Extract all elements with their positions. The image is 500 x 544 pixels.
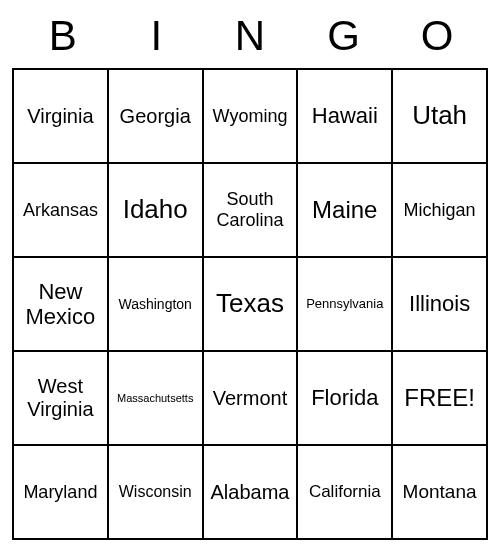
bingo-cell-1-0[interactable]: Arkansas: [13, 163, 108, 257]
bingo-cell-2-3[interactable]: Pennsylvania: [297, 257, 392, 351]
bingo-cell-0-4[interactable]: Utah: [392, 69, 487, 163]
bingo-cell-3-0[interactable]: West Virginia: [13, 351, 108, 445]
bingo-cell-3-4[interactable]: FREE!: [392, 351, 487, 445]
bingo-cell-4-1[interactable]: Wisconsin: [108, 445, 203, 539]
bingo-cell-2-4[interactable]: Illinois: [392, 257, 487, 351]
bingo-cell-0-3[interactable]: Hawaii: [297, 69, 392, 163]
bingo-cell-3-2[interactable]: Vermont: [203, 351, 298, 445]
bingo-cell-3-3[interactable]: Florida: [297, 351, 392, 445]
bingo-cell-0-1[interactable]: Georgia: [108, 69, 203, 163]
bingo-cell-4-4[interactable]: Montana: [392, 445, 487, 539]
bingo-cell-2-1[interactable]: Washington: [108, 257, 203, 351]
bingo-header: BINGO: [12, 12, 488, 60]
bingo-grid: VirginiaGeorgiaWyomingHawaiiUtahArkansas…: [12, 68, 488, 540]
bingo-header-letter-0: B: [16, 12, 110, 60]
bingo-cell-2-0[interactable]: New Mexico: [13, 257, 108, 351]
bingo-cell-3-1[interactable]: Massachutsetts: [108, 351, 203, 445]
bingo-cell-1-3[interactable]: Maine: [297, 163, 392, 257]
bingo-cell-4-0[interactable]: Maryland: [13, 445, 108, 539]
bingo-cell-1-4[interactable]: Michigan: [392, 163, 487, 257]
bingo-cell-0-2[interactable]: Wyoming: [203, 69, 298, 163]
bingo-header-letter-4: O: [390, 12, 484, 60]
bingo-cell-1-2[interactable]: South Carolina: [203, 163, 298, 257]
bingo-cell-2-2[interactable]: Texas: [203, 257, 298, 351]
bingo-header-letter-3: G: [297, 12, 391, 60]
bingo-cell-4-3[interactable]: California: [297, 445, 392, 539]
bingo-cell-0-0[interactable]: Virginia: [13, 69, 108, 163]
bingo-cell-1-1[interactable]: Idaho: [108, 163, 203, 257]
bingo-header-letter-1: I: [110, 12, 204, 60]
bingo-header-letter-2: N: [203, 12, 297, 60]
bingo-cell-4-2[interactable]: Alabama: [203, 445, 298, 539]
